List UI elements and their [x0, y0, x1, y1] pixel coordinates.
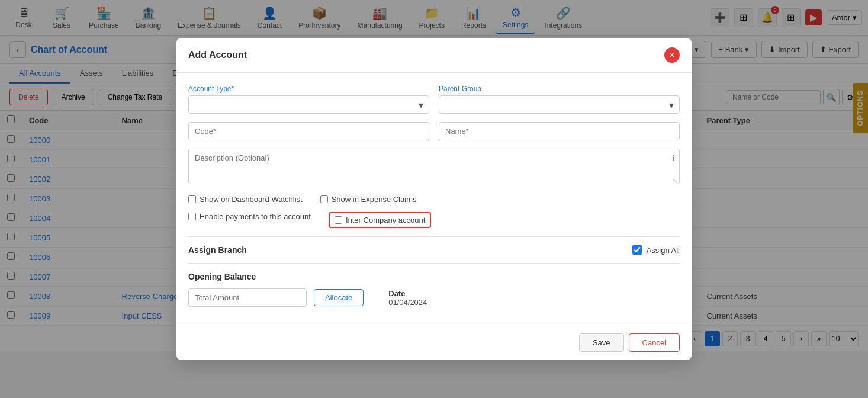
allocate-button[interactable]: Allocate — [314, 289, 364, 306]
date-group: Date 01/04/2024 — [388, 289, 427, 307]
form-row-description: ℹ ⤡ — [188, 149, 680, 187]
account-type-select[interactable] — [188, 95, 429, 114]
code-group — [188, 122, 429, 140]
description-group: ℹ ⤡ — [188, 149, 680, 187]
show-dashboard-label: Show on Dashboard Watchlist — [200, 195, 303, 204]
opening-balance-row: Allocate Date 01/04/2024 — [188, 288, 680, 307]
dashboard-watchlist-checkbox-group: Show on Dashboard Watchlist — [188, 195, 303, 204]
opening-balance-section: Opening Balance Allocate Date 01/04/2024 — [188, 272, 680, 307]
checkbox-row: Show on Dashboard Watchlist Show in Expe… — [188, 195, 680, 204]
description-info-icon: ℹ — [672, 153, 675, 163]
account-type-group: Account Type* — [188, 85, 429, 114]
inter-company-checkbox[interactable] — [335, 216, 342, 224]
date-label: Date — [388, 289, 427, 298]
total-amount-input[interactable] — [188, 288, 307, 307]
code-input[interactable] — [188, 122, 429, 140]
modal-body: Account Type* Parent Group — [176, 73, 692, 325]
assign-branch-heading: Assign Branch — [188, 245, 247, 255]
assign-branch-row: Assign Branch Assign All — [188, 245, 680, 255]
name-input[interactable] — [439, 122, 680, 140]
date-value: 01/04/2024 — [388, 298, 427, 307]
divider-1 — [188, 236, 680, 237]
assign-all-checkbox[interactable] — [632, 245, 642, 255]
opening-balance-heading: Opening Balance — [188, 272, 680, 281]
enable-payments-label: Enable payments to this account — [200, 212, 311, 221]
assign-all-label: Assign All — [647, 246, 680, 255]
parent-group-label: Parent Group — [439, 85, 680, 93]
enable-payments-checkbox-group: Enable payments to this account — [188, 212, 311, 221]
textarea-resize-icon: ⤡ — [673, 178, 677, 184]
show-expense-label: Show in Expense Claims — [332, 195, 417, 204]
divider-2 — [188, 263, 680, 264]
allocate-label: Allocate — [325, 293, 352, 302]
show-dashboard-checkbox[interactable] — [188, 195, 196, 203]
add-account-modal: Add Account ✕ Account Type* Parent Group — [176, 38, 692, 351]
form-row-code-name — [188, 122, 680, 140]
parent-group-select-wrapper — [439, 95, 680, 114]
account-type-select-wrapper — [188, 95, 429, 114]
modal-title: Add Account — [188, 50, 247, 60]
modal-header: Add Account ✕ — [176, 38, 692, 73]
save-button[interactable]: Save — [579, 333, 624, 351]
inter-company-checkbox-group: Inter Company account — [329, 212, 431, 228]
checkbox-row-2: Enable payments to this account Inter Co… — [188, 212, 680, 228]
modal-overlay: Add Account ✕ Account Type* Parent Group — [0, 0, 868, 351]
name-group — [439, 122, 680, 140]
cancel-label: Cancel — [642, 338, 666, 347]
cancel-button[interactable]: Cancel — [629, 333, 680, 351]
modal-close-button[interactable]: ✕ — [664, 47, 680, 63]
enable-payments-checkbox[interactable] — [188, 213, 196, 220]
modal-footer: Save Cancel — [176, 325, 692, 351]
description-textarea[interactable] — [188, 149, 680, 184]
parent-group-select[interactable] — [439, 95, 680, 114]
description-textarea-wrapper: ℹ ⤡ — [188, 149, 680, 187]
account-type-label: Account Type* — [188, 85, 429, 93]
parent-group-group: Parent Group — [439, 85, 680, 114]
form-row-account-type: Account Type* Parent Group — [188, 85, 680, 114]
show-expense-checkbox-group: Show in Expense Claims — [320, 195, 417, 204]
show-expense-checkbox[interactable] — [320, 195, 328, 203]
save-label: Save — [593, 338, 610, 347]
inter-company-label: Inter Company account — [346, 216, 425, 224]
